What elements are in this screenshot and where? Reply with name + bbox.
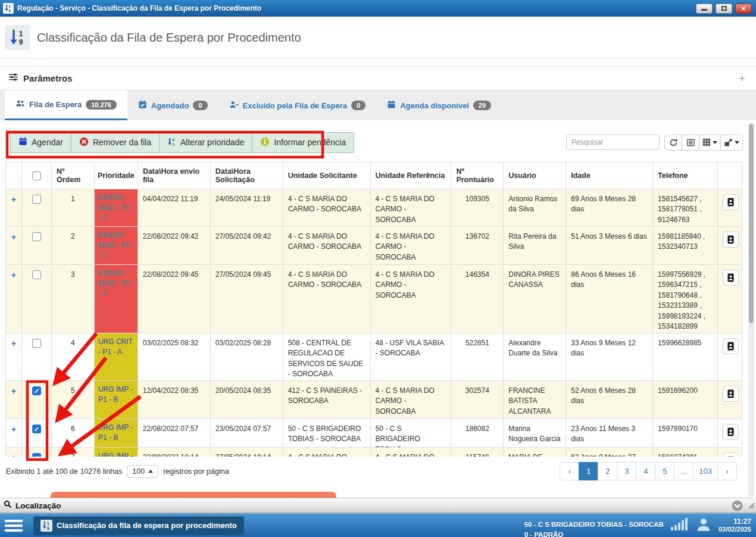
page-button[interactable]: 4 [636,462,655,480]
scrollbar-thumb[interactable] [749,124,754,323]
cell-telefone: 1591696200 [653,381,718,419]
table-tools [566,135,743,151]
row-expand-button[interactable]: + [6,448,22,457]
contact-card-button[interactable] [723,194,739,210]
tab-excluido-pela-fila[interactable]: Excluído pela Fila de Espera 0 [218,90,377,120]
orange-toast [51,492,336,498]
row-checkbox[interactable] [32,232,41,241]
row-expand-button[interactable]: + [6,265,22,333]
row-expand-button[interactable]: + [6,381,22,419]
user-icon[interactable] [696,517,711,535]
row-checkbox[interactable]: ✓ [32,453,41,457]
info-circle-icon [260,137,270,148]
resize-grip[interactable] [748,501,755,511]
location-bar[interactable]: Localização [0,498,756,513]
row-expand-button[interactable]: + [6,419,22,448]
cell-unidade-referencia: 4 - C S MARIA DO CARMO - SOROCABA [371,381,452,419]
column-header: Unidade Solicitante [283,163,371,189]
row-expand-button[interactable]: + [6,227,22,265]
row-checkbox-cell[interactable] [22,189,52,227]
cell-prontuario: 136702 [451,227,504,265]
row-expand-button[interactable]: + [6,189,22,227]
contact-card-button[interactable] [723,424,739,440]
row-checkbox-cell[interactable] [22,265,52,333]
detail-view-button[interactable] [682,135,699,151]
row-checkbox[interactable] [32,339,41,348]
cell-actions [718,265,742,333]
search-input[interactable] [566,135,660,150]
sort-numeric-icon: 19 [40,520,52,532]
page-button[interactable]: 2 [598,462,617,480]
export-button[interactable] [720,135,743,151]
refresh-button[interactable] [664,135,682,151]
cell-actions [718,381,742,419]
columns-grid-button[interactable] [699,135,721,151]
chevron-down-icon [735,141,739,144]
column-header: Telefone [653,163,718,189]
cell-idade: 86 Anos 6 Meses 16 dias [566,265,653,333]
contact-card-button[interactable] [723,270,739,286]
remover-da-fila-button[interactable]: Remover da fila [71,132,160,153]
sort-numeric-icon: 19 [5,25,30,50]
next-page-button[interactable]: › [717,462,737,480]
page-button[interactable]: 103 [693,462,718,480]
page-button[interactable]: ... [674,462,693,480]
parameters-panel[interactable]: Parâmetros + [0,66,756,90]
tab-badge: 0 [193,101,207,110]
cell-prioridade: EMERG MOD - P0 - C [95,265,138,333]
contact-card-button[interactable] [723,452,739,457]
cell-data-solicitacao: 03/02/2025 08:28 [211,333,283,381]
select-all-checkbox[interactable] [32,171,41,180]
vertical-scrollbar[interactable] [748,123,754,497]
row-checkbox[interactable] [32,270,41,279]
cell-data-solicitacao: 27/05/2024 09:45 [211,265,283,333]
alterar-prioridade-button[interactable]: az Alterar prioridade [159,132,252,153]
cell-unidade-solicitante: 508 - CENTRAL DE REGULACAO DE SERVICOS D… [283,333,371,381]
row-checkbox-cell[interactable]: ✓ [22,419,52,448]
column-header[interactable] [22,163,52,189]
location-label: Localização [15,501,732,510]
chevron-down-circle-icon[interactable] [732,500,743,511]
tab-fila-de-espera[interactable]: Fila de Espera 10.276 [5,90,127,120]
contact-card-button[interactable] [723,338,739,354]
parameters-expand-button[interactable]: + [739,74,745,83]
sliders-icon [8,72,18,85]
cell-prontuario: 115748 [451,448,504,457]
row-checkbox[interactable]: ✓ [32,386,41,395]
taskbar-task-button[interactable]: 19 Classificação da fila de espera por p… [33,516,244,535]
cell-idade: 69 Anos 8 Meses 28 dias [566,189,653,227]
row-checkbox[interactable] [32,195,41,204]
row-checkbox[interactable]: ✓ [32,424,41,433]
cell-prontuario: 109305 [451,189,504,227]
row-expand-button[interactable]: + [6,333,22,381]
informar-pendencia-button[interactable]: Informar pendência [252,132,354,153]
contact-card-button[interactable] [723,232,739,248]
contact-card-button[interactable] [723,386,739,402]
table-row: +✓7URG IMP - P1 - B22/08/2022 10:1427/05… [6,448,742,457]
cell-usuario: Marina Nogueira Garcia [504,419,566,448]
cell-ordem: 5 [52,381,95,419]
prev-page-button[interactable]: ‹ [560,462,579,480]
table-row: +2EMERG MOD - P0 - C22/08/2022 09:4227/0… [6,227,742,265]
page-button[interactable]: 1 [579,462,598,480]
table-row: +✓5URG IMP - P1 - B12/04/2022 08:3520/05… [6,381,742,419]
page-button[interactable]: 3 [617,462,636,480]
cell-data-envio: 22/08/2022 09:42 [138,227,211,265]
agendar-button[interactable]: Agendar [10,132,71,153]
row-checkbox-cell[interactable]: ✓ [22,448,52,457]
menu-icon[interactable] [5,520,23,532]
cell-unidade-solicitante: 412 - C S PAINEIRAS - SOROCABA [283,381,371,419]
row-checkbox-cell[interactable] [22,333,52,381]
page-button[interactable]: 5 [655,462,674,480]
row-checkbox-cell[interactable] [22,227,52,265]
tab-agenda-disponivel[interactable]: Agenda disponível 29 [376,90,502,120]
tab-agendado[interactable]: Agendado 0 [127,90,218,120]
cell-prontuario: 146354 [451,265,504,333]
minimize-button[interactable] [696,4,713,14]
column-header: Nº Prontuário [451,163,504,189]
row-checkbox-cell[interactable]: ✓ [22,381,52,419]
page-size-dropdown[interactable]: 100 [127,465,158,478]
close-button[interactable]: ✕ [735,4,752,14]
maximize-button[interactable] [716,4,732,14]
button-label: Remover da fila [93,138,151,147]
